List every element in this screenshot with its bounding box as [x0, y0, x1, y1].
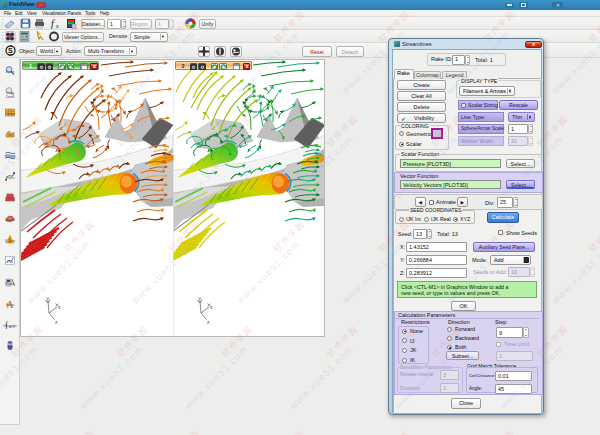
svg-text:x: x [58, 304, 61, 310]
svg-text:x: x [55, 23, 59, 29]
svg-text:z: z [207, 319, 210, 325]
svg-text:f: f [51, 18, 55, 29]
svg-text:z: z [55, 319, 58, 325]
svg-text:S: S [8, 47, 13, 54]
svg-text:x: x [210, 304, 213, 310]
svg-text:y: y [198, 295, 201, 301]
svg-text:y: y [46, 295, 49, 301]
